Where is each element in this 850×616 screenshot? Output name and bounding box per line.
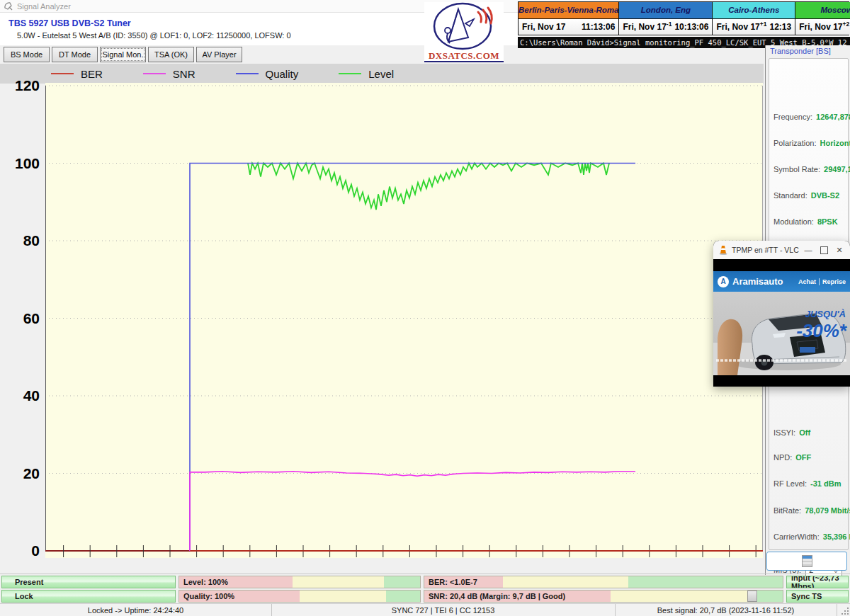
axis-label-20: 20 [0,464,40,483]
chart-legend: BERSNRQualityLevel [0,64,764,84]
clock-london-eng: London, EngFri, Nov 17-110:13:06 [619,2,713,35]
car-ad-graphic: JUSQU'À -30%* [713,292,850,375]
transponder-row-frequency: Frequency:12647,878 MHz [774,113,850,121]
clock-time-value: 10:13:06 [674,22,708,32]
transponder-row-rf-level: RF Level:-31 dBm [774,479,841,488]
field-label: NPD: [774,453,792,462]
statusbar-sync-counters: SYNC 727 | TEI 6 | CC 12153 [271,604,616,616]
transponder-row-bitrate: BitRate:78,079 Mbit/s [774,506,850,515]
field-label: Polarization: [774,139,817,147]
clock-berlin-paris-vienna-roma: Berlin-Paris-Vienna-RomaFri, Nov 1711:13… [518,2,619,35]
ad-banner: A Aramisauto Achat Reprise [713,271,850,292]
transponder-list-button[interactable] [766,552,847,571]
field-value: 8PSK [817,217,838,226]
divider [0,574,850,574]
gauge-zone [611,591,754,602]
transponder-title: Transponder [BS] [770,47,831,55]
tuner-details: 5.0W - Eutelsat 5 West A/B (ID: 3550) @ … [17,31,291,40]
dxsatcs-logo-text: DXSATCS.COM [424,50,504,62]
transponder-row-modulation: Modulation:8PSK [774,217,838,226]
tab-signal-mon[interactable]: Signal Mon. [100,47,146,62]
field-value: 12647,878 MHz [816,113,850,121]
field-value: Off [799,428,810,437]
clock-date: Fri, Nov 17 [716,22,759,32]
list-icon [802,555,812,567]
field-label: Symbol Rate: [774,165,820,173]
dxsatcs-logo: DXSATCS.COM [424,2,504,62]
series-quality [190,164,635,552]
vlc-titlebar[interactable]: TPMP en #TT - VLC med... — ✕ [713,241,850,259]
clock-cairo-athens: Cairo-AthensFri, Nov 17+112:13 [713,2,795,35]
clock-time-row: Fri, Nov 17+112:13 [713,19,795,35]
status-row-2: LockQuality: 100%SNR: 20,4 dB (Margin: 9… [0,590,850,603]
tab-tsa-ok[interactable]: TSA (OK) [148,47,194,62]
gauge-zone [754,591,783,602]
vlc-window[interactable]: TPMP en #TT - VLC med... — ✕ A Aramisaut… [713,241,850,387]
tuner-name: TBS 5927 USB DVB-S2 Tuner [8,18,131,28]
transponder-row-issyi-partial: ISSYI:Off [774,428,810,437]
clock-time-row: Fri, Nov 1711:13:06 [518,19,618,35]
clock-city-label: Berlin-Paris-Vienna-Roma [518,2,618,19]
gauge-label: Quality: 100% [183,592,234,600]
axis-label-100: 100 [0,154,40,173]
link-reprise[interactable]: Reprise [822,278,846,285]
vlc-maximize-button[interactable] [816,242,832,258]
status-gauge-ber: BER: <1.0E-7 [424,576,783,588]
status-row-1: PresentLevel: 100%BER: <1.0E-7Input (~23… [0,576,850,588]
clock-utc-offset: -1 [667,21,672,28]
ad-text-jusqua: JUSQU'À [805,309,846,319]
transponder-row-polarization: Polarization:Horizontal [774,139,850,147]
field-label: CarrierWidth: [774,532,820,541]
axis-label-60: 60 [0,309,40,328]
vlc-video-area[interactable]: A Aramisauto Achat Reprise [713,259,850,387]
legend-swatch-level [339,73,361,74]
field-value: Horizontal [820,139,850,147]
ad-text-discount: -30%* [796,320,848,341]
legend-label: BER [81,68,103,80]
legend-item-ber: BER [51,68,103,80]
gauge-thumb [747,591,757,602]
vlc-minimize-button[interactable]: — [800,242,816,258]
clock-utc-offset: +2 [843,21,850,28]
tab-dt-mode[interactable]: DT Mode [52,47,98,62]
clock-time-row: Fri, Nov 17+213:13 [795,19,850,35]
gauge-zone [300,591,386,602]
clock-city-label: Moscow [795,2,850,19]
field-value: -31 dBm [810,479,841,488]
field-value: 29497,128 KS/s [824,165,850,173]
clock-city-label: Cairo-Athens [713,2,795,19]
app-dish-icon [4,2,13,11]
legend-swatch-ber [51,73,74,74]
mode-tabs: BS ModeDT ModeSignal Mon.TSA (OK)AV Play… [4,47,242,62]
legend-swatch-snr [143,73,166,74]
car-ad-frame: JUSQU'À -30%* [713,292,850,375]
field-value: DVB-S2 [811,191,839,200]
link-achat[interactable]: Achat [798,278,816,285]
legend-swatch-quality [236,73,259,74]
series-snr [190,472,635,551]
field-value: 35,396 MHz [823,532,850,541]
gauge-label: Level: 100% [183,578,228,586]
tab-av-player[interactable]: AV Player [196,47,242,62]
gauge-zone [293,576,384,588]
statusbar-best-signal: Best signal: 20,7 dB (2023-11-16 11:52) [615,604,837,616]
field-label: RF Level: [774,479,807,488]
axis-label-40: 40 [0,387,40,405]
tab-bs-mode[interactable]: BS Mode [4,47,50,62]
status-gauge-level: Level: 100% [178,576,421,588]
status-gauge-quality: Quality: 100% [178,590,421,603]
transponder-row-carrierwidth: CarrierWidth:35,396 MHz [774,532,850,541]
statusbar-lock-uptime: Locked -> Uptime: 24:24:40 [0,604,272,616]
transponder-row-npd: NPD:OFF [774,453,811,462]
gauge-zone [628,576,783,588]
resize-grip[interactable] [840,606,849,615]
transponder-row-symbol-rate: Symbol Rate:29497,128 KS/s [774,165,850,173]
legend-label: SNR [173,68,196,80]
gauge-label: SNR: 20,4 dB (Margin: 9,7 dB | Good) [429,592,565,600]
vlc-title: TPMP en #TT - VLC med... [732,246,800,254]
clock-city-label: London, Eng [619,2,712,19]
chart-y-axis: 020406080100120 [0,83,41,558]
clock-time-value: 11:13:06 [582,22,615,32]
signal-chart-canvas [45,83,763,558]
vlc-close-button[interactable]: ✕ [832,242,847,258]
